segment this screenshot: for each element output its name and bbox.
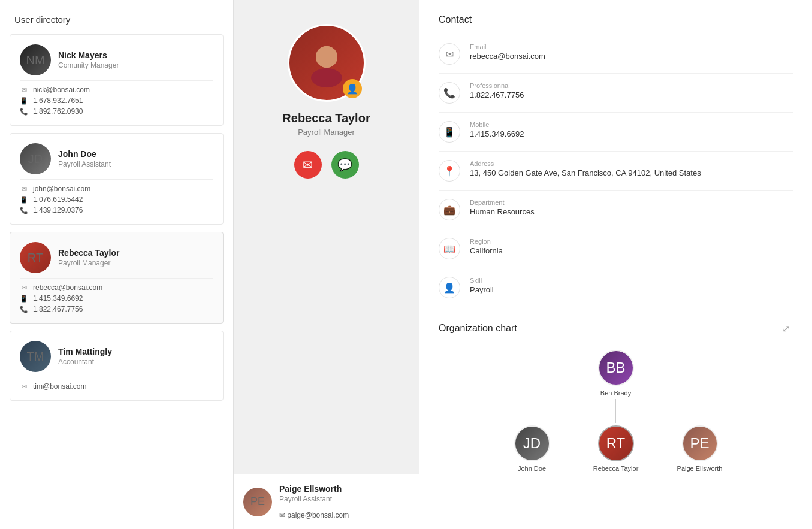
contact-item-5: 📖 Region California	[439, 229, 793, 268]
avatar-rebecca: RT	[20, 242, 51, 273]
user-role-rebecca: Payroll Manager	[58, 259, 119, 267]
contact-icon-4: 💼	[439, 199, 460, 220]
paige-email: ✉ paige@bonsai.com	[279, 511, 409, 519]
user-phone-row-rebecca: 📞 1.822.467.7756	[20, 305, 213, 313]
contact-icon-3: 📍	[439, 160, 460, 182]
user-role-tim: Accountant	[58, 358, 112, 366]
user-email-row-rebecca: ✉ rebecca@bonsai.com	[20, 283, 213, 292]
contact-item-2: 📱 Mobile 1.415.349.6692	[439, 113, 793, 152]
contact-details-5: Region California	[470, 238, 503, 255]
sidebar-title: User directory	[0, 0, 233, 34]
svg-point-1	[311, 68, 342, 87]
contact-item-6: 👤 Skill Payroll	[439, 268, 793, 307]
center-avatar-wrap: 👤	[288, 24, 366, 102]
john-doe-org-name: John Doe	[518, 465, 546, 472]
contact-value-3: 13, 450 Golden Gate Ave, San Francisco, …	[470, 168, 701, 177]
center-panel: 👤 Rebecca Taylor Payroll Manager ✉ 💬 PE …	[234, 0, 419, 529]
user-mobile-row-rebecca: 📱 1.415.349.6692	[20, 294, 213, 303]
org-node-john[interactable]: JD John Doe	[505, 425, 559, 472]
org-connector-vertical	[615, 399, 616, 423]
contact-item-4: 💼 Department Human Resources	[439, 191, 793, 229]
user-name-tim: Tim Mattingly	[58, 347, 112, 356]
contact-value-0: rebecca@bonsai.com	[470, 52, 545, 61]
contact-label-0: Email	[470, 43, 545, 50]
contact-icon-5: 📖	[439, 238, 460, 259]
avatar-john: JD	[20, 143, 51, 174]
avatar-nick: NM	[20, 44, 51, 75]
svg-point-2	[316, 46, 337, 68]
mobile-icon: 📱	[20, 294, 28, 303]
ben-brady-avatar[interactable]: BB	[598, 350, 634, 386]
user-email-row-nick: ✉ nick@bonsai.com	[20, 86, 213, 94]
org-node-rebecca[interactable]: RT Rebecca Taylor	[589, 425, 643, 472]
contact-label-1: Professionnal	[470, 82, 524, 89]
contact-details-4: Department Human Resources	[470, 199, 535, 216]
rebecca-org-name: Rebecca Taylor	[593, 465, 639, 472]
contact-details-3: Address 13, 450 Golden Gate Ave, San Fra…	[470, 160, 701, 177]
contact-label-5: Region	[470, 238, 503, 245]
contact-item-0: ✉ Email rebecca@bonsai.com	[439, 35, 793, 74]
email-icon-small: ✉	[279, 511, 287, 519]
user-email-row-tim: ✉ tim@bonsai.com	[20, 382, 213, 391]
contact-icon-6: 👤	[439, 277, 460, 298]
contact-details-6: Skill Payroll	[470, 277, 494, 294]
user-role-john: Payroll Assistant	[58, 160, 111, 168]
org-chart: BB Ben Brady JD John Doe RT Rebecca Tayl…	[439, 350, 793, 472]
user-name-rebecca: Rebecca Taylor	[58, 248, 119, 258]
email-icon: ✉	[20, 382, 28, 391]
rebecca-org-avatar: RT	[598, 425, 634, 461]
contact-value-6: Payroll	[470, 285, 494, 294]
contact-label-3: Address	[470, 160, 701, 167]
contact-label-6: Skill	[470, 277, 494, 284]
org-connector-h1	[559, 442, 589, 442]
paige-org-avatar: PE	[682, 425, 718, 461]
mobile-icon: 📱	[20, 96, 28, 105]
org-chart-header: Organization chart ⤢	[439, 321, 793, 335]
org-connector-h2	[643, 442, 673, 442]
expand-icon[interactable]: ⤢	[778, 321, 793, 335]
contact-item-3: 📍 Address 13, 450 Golden Gate Ave, San F…	[439, 152, 793, 191]
user-mobile-row-nick: 📱 1.678.932.7651	[20, 96, 213, 105]
org-bottom-row: JD John Doe RT Rebecca Taylor PE Paige E…	[505, 425, 727, 472]
contact-icon-0: ✉	[439, 43, 460, 65]
email-action-button[interactable]: ✉	[294, 151, 322, 179]
status-badge: 👤	[343, 79, 362, 98]
email-icon: ✉	[303, 158, 313, 172]
contact-label-2: Mobile	[470, 121, 524, 128]
user-name-nick: Nick Mayers	[58, 50, 119, 60]
mobile-icon: 📱	[20, 195, 28, 204]
contact-details-2: Mobile 1.415.349.6692	[470, 121, 524, 138]
paige-avatar: PE	[243, 488, 272, 516]
email-icon: ✉	[20, 283, 28, 292]
org-top-node: BB Ben Brady	[598, 350, 634, 397]
email-icon: ✉	[20, 185, 28, 193]
user-card-tim[interactable]: TM Tim Mattingly Accountant ✉ tim@bonsai…	[10, 331, 224, 401]
user-card-nick[interactable]: NM Nick Mayers Comunity Manager ✉ nick@b…	[10, 34, 224, 126]
contact-list: ✉ Email rebecca@bonsai.com 📞 Professionn…	[439, 35, 793, 307]
paige-info: Paige Ellsworth Payroll Assistant ✉ paig…	[279, 484, 409, 519]
chat-action-button[interactable]: 💬	[331, 151, 359, 179]
contact-icon-2: 📱	[439, 121, 460, 143]
user-phone-row-john: 📞 1.439.129.0376	[20, 206, 213, 214]
chat-icon: 💬	[337, 158, 352, 172]
bottom-preview-card[interactable]: PE Paige Ellsworth Payroll Assistant ✉ p…	[234, 474, 419, 529]
right-panel: Contact ✉ Email rebecca@bonsai.com 📞 Pro…	[419, 0, 812, 529]
contact-details-1: Professionnal 1.822.467.7756	[470, 82, 524, 99]
avatar-tim: TM	[20, 341, 51, 372]
center-actions: ✉ 💬	[294, 151, 359, 179]
contact-value-4: Human Resources	[470, 207, 535, 216]
center-user-name: Rebecca Taylor	[282, 111, 370, 125]
user-phone-row-nick: 📞 1.892.762.0930	[20, 107, 213, 116]
contact-value-2: 1.415.349.6692	[470, 129, 524, 138]
org-node-paige[interactable]: PE Paige Ellsworth	[673, 425, 727, 472]
email-icon: ✉	[20, 86, 28, 94]
user-card-rebecca[interactable]: RT Rebecca Taylor Payroll Manager ✉ rebe…	[10, 232, 224, 324]
user-directory-sidebar: User directory NM Nick Mayers Comunity M…	[0, 0, 234, 529]
center-user-role: Payroll Manager	[298, 128, 355, 137]
contact-value-1: 1.822.467.7756	[470, 90, 524, 99]
user-card-john[interactable]: JD John Doe Payroll Assistant ✉ john@bon…	[10, 133, 224, 225]
contact-value-5: California	[470, 246, 503, 255]
org-chart-section: Organization chart ⤢ BB Ben Brady JD Joh…	[439, 321, 793, 472]
contact-details-0: Email rebecca@bonsai.com	[470, 43, 545, 61]
org-chart-title: Organization chart	[439, 323, 517, 334]
